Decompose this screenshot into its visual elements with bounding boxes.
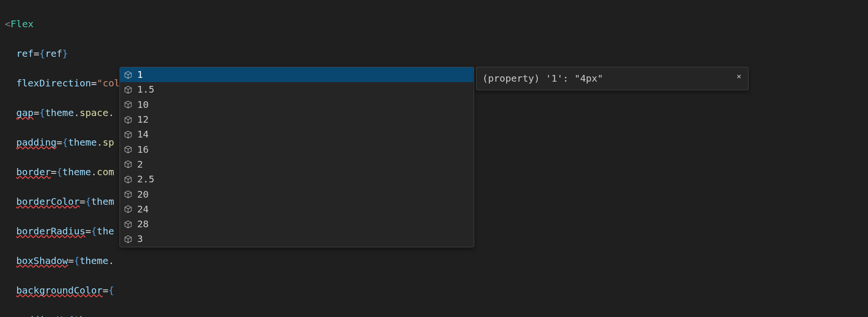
suggest-item-label: 1.5: [137, 82, 154, 97]
suggest-item[interactable]: 2.5: [120, 172, 474, 187]
suggest-item-label: 1: [137, 67, 143, 82]
suggest-item[interactable]: 2: [120, 157, 474, 172]
suggest-item[interactable]: 12: [120, 112, 474, 127]
suggest-item[interactable]: 24: [120, 202, 474, 217]
suggest-item[interactable]: 16: [120, 142, 474, 157]
suggest-item[interactable]: 20: [120, 187, 474, 201]
property-icon: [124, 116, 132, 124]
code-line[interactable]: backgroundColor={: [5, 283, 863, 298]
docs-text: (property) '1': "4px": [482, 71, 603, 86]
suggest-item[interactable]: 10: [120, 97, 474, 112]
code-line[interactable]: <Flex: [5, 17, 863, 32]
close-icon[interactable]: ✕: [736, 71, 742, 82]
property-icon: [124, 85, 132, 94]
suggest-item[interactable]: 14: [120, 127, 474, 142]
suggest-item-label: 20: [137, 187, 149, 202]
property-icon: [124, 220, 132, 229]
suggest-item[interactable]: 1.5: [120, 82, 474, 97]
suggest-item-label: 12: [137, 112, 149, 127]
property-icon: [124, 130, 132, 139]
suggest-item-label: 28: [137, 217, 149, 232]
property-icon: [124, 205, 132, 213]
suggest-item-label: 3: [137, 232, 143, 246]
property-icon: [124, 175, 132, 184]
suggest-item-label: 16: [137, 142, 149, 157]
intellisense-docs-widget: (property) '1': "4px" ✕: [476, 67, 749, 90]
code-line[interactable]: paddingX={theme.s: [5, 313, 863, 317]
suggest-item[interactable]: 3: [120, 232, 474, 246]
code-line[interactable]: boxShadow={theme.: [5, 254, 863, 268]
property-icon: [124, 145, 132, 154]
property-icon: [124, 100, 132, 109]
property-icon: [124, 71, 132, 79]
suggest-item-label: 24: [137, 202, 149, 217]
intellisense-suggest-widget: 11.51012141622.52024283: [119, 67, 474, 247]
suggest-item-label: 2: [137, 157, 143, 172]
property-icon: [124, 190, 132, 199]
code-line[interactable]: ref={ref}: [5, 46, 863, 61]
suggest-item[interactable]: 28: [120, 217, 474, 232]
property-icon: [124, 235, 132, 243]
suggest-item-label: 10: [137, 97, 149, 112]
property-icon: [124, 160, 132, 169]
suggest-item[interactable]: 1: [120, 67, 474, 82]
suggest-item-label: 2.5: [137, 172, 154, 187]
suggest-item-label: 14: [137, 127, 149, 142]
